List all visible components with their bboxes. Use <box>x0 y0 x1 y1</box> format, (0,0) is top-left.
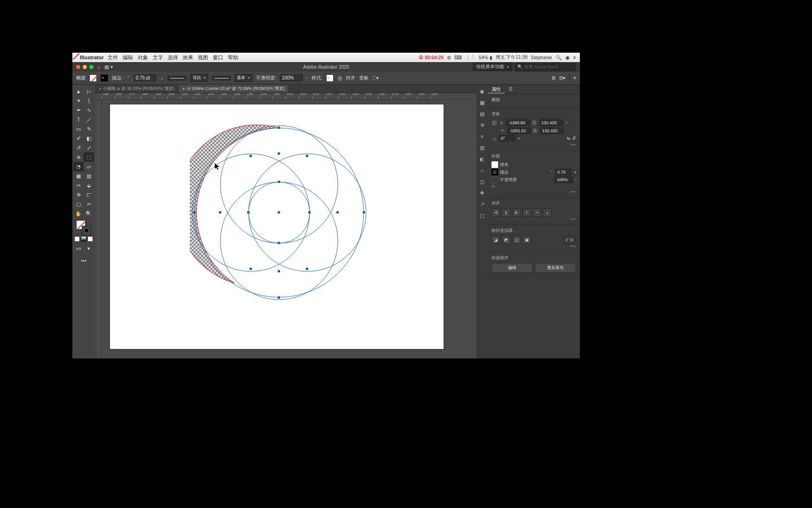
keyboard-icon[interactable]: ⌨ <box>454 55 462 61</box>
opacity-swatch[interactable] <box>492 176 498 183</box>
layers-panel-icon[interactable]: ❖ <box>478 189 486 197</box>
hand-tool[interactable]: ✋ <box>73 209 84 218</box>
width-tool[interactable]: ≋ <box>73 152 84 162</box>
rotate-tool[interactable]: ↺ <box>73 143 84 152</box>
grid-icon[interactable]: ⊞ <box>552 75 555 80</box>
ruler-horizontal[interactable]: 1390138013701360135013401330132013101300… <box>95 93 476 100</box>
stroke-profile-dd[interactable]: 等比 <box>190 74 208 82</box>
scale-tool[interactable]: ⤢ <box>84 143 94 152</box>
transform-link[interactable]: 变换 <box>359 75 368 81</box>
eyedropper-tool[interactable]: ✑ <box>73 181 84 190</box>
height-input[interactable] <box>540 127 564 134</box>
battery-status[interactable]: 64% ▮ <box>479 55 492 60</box>
type-tool[interactable]: T <box>73 115 84 124</box>
recolor-icon[interactable]: ◎ <box>337 75 342 81</box>
graphic-styles-panel-icon[interactable]: ◫ <box>478 178 486 185</box>
fx-label[interactable]: fx. <box>492 184 496 189</box>
color-mode-solid[interactable] <box>74 236 80 242</box>
gradient-panel-icon[interactable]: ▥ <box>478 144 486 151</box>
stroke-dd[interactable] <box>573 170 576 175</box>
fill-swatch[interactable] <box>89 74 97 82</box>
pen-tool[interactable]: ✒ <box>73 105 84 115</box>
align-top[interactable]: ⫯ <box>523 208 531 217</box>
more-options-icon[interactable]: ••• <box>492 244 576 249</box>
app-name[interactable]: Illustrator <box>80 55 104 60</box>
stroke-profile[interactable] <box>168 76 187 80</box>
pathfinder-unite[interactable]: ◪ <box>492 236 500 244</box>
rectangle-tool[interactable]: ▭ <box>73 124 84 134</box>
menu-edit[interactable]: 编辑 <box>123 54 133 61</box>
recolor-button[interactable]: 重新着色 <box>535 263 576 273</box>
selection-tool[interactable]: ▲ <box>73 87 84 96</box>
ruler-vertical[interactable] <box>95 100 102 358</box>
close-icon[interactable]: × <box>99 87 101 91</box>
align-hcenter[interactable]: ⫿ <box>502 208 510 217</box>
fullscreen-window-button[interactable] <box>89 65 94 69</box>
angle-dd[interactable] <box>517 136 520 141</box>
stroke-weight-input[interactable] <box>134 74 156 81</box>
flip-v-icon[interactable]: ⇵ <box>572 136 576 141</box>
pathfinder-exclude[interactable]: ▣ <box>523 236 531 244</box>
magic-wand-tool[interactable]: ✦ <box>73 96 84 105</box>
workspace-dropdown[interactable]: 传统基本功能 <box>473 63 512 71</box>
siri-icon[interactable]: ◉ <box>565 55 570 61</box>
align-link[interactable]: 对齐 <box>346 75 355 81</box>
menu-effect[interactable]: 效果 <box>183 54 193 61</box>
eraser-tool[interactable]: ◧ <box>84 134 94 143</box>
stroke-swatch[interactable] <box>101 74 108 82</box>
wifi-icon[interactable]: ⋮⋮ <box>465 55 476 61</box>
edit-toolbar[interactable]: ••• <box>74 256 93 265</box>
slice-tool[interactable]: ✂ <box>84 199 94 209</box>
gradient-tool[interactable]: ▥ <box>84 171 94 181</box>
graph-tool[interactable]: ⫍ <box>84 190 94 199</box>
symbols-panel-icon[interactable]: ✲ <box>478 121 486 129</box>
more-options-icon[interactable]: ••• <box>492 190 576 194</box>
align-left[interactable]: ⫷ <box>492 208 500 217</box>
stroke-swatch-panel[interactable] <box>492 169 498 175</box>
menu-type[interactable]: 文字 <box>153 54 163 61</box>
panel-menu-icon[interactable]: ≡ <box>573 75 576 80</box>
transparency-panel-icon[interactable]: ◐ <box>478 155 486 163</box>
free-transform-tool[interactable]: ⬚ <box>84 152 94 162</box>
swatches-panel-icon[interactable]: ▦ <box>478 99 486 106</box>
blend-tool[interactable]: ⬙ <box>84 181 94 190</box>
angle-input[interactable] <box>499 135 515 142</box>
menu-icon[interactable]: ≡ <box>573 55 576 60</box>
artboard-tool[interactable]: ▢ <box>73 199 84 209</box>
document-tab-1[interactable]: ×小猫咪.ai @ 38.32% (RGB/GPU 预览) <box>95 85 179 93</box>
user-name[interactable]: Stephanie <box>531 55 552 60</box>
close-window-button[interactable] <box>76 65 80 69</box>
minimize-window-button[interactable] <box>83 65 87 69</box>
align-bottom[interactable]: ⫰ <box>543 208 552 217</box>
color-mode-gradient[interactable] <box>81 236 86 242</box>
shape-builder-tool[interactable]: ◔ <box>73 162 84 171</box>
perspective-tool[interactable]: ▱ <box>84 162 94 171</box>
menu-object[interactable]: 对象 <box>138 54 148 61</box>
screen-mode[interactable]: ▭ <box>73 244 84 253</box>
fill-swatch-panel[interactable] <box>492 161 498 168</box>
libraries-tab[interactable]: 库 <box>505 85 517 94</box>
more-options-icon[interactable]: ••• <box>492 217 576 222</box>
x-input[interactable] <box>507 119 530 126</box>
lasso-tool[interactable]: ⟆ <box>84 96 94 105</box>
more-options-icon[interactable]: ••• <box>492 143 576 147</box>
screen-mode-dd[interactable]: ▾ <box>84 244 94 253</box>
spotlight-icon[interactable]: 🔍 <box>555 55 562 61</box>
asset-export-panel-icon[interactable]: ↗ <box>478 200 486 208</box>
symbol-sprayer-tool[interactable]: ✲ <box>73 190 84 199</box>
zoom-tool[interactable]: 🔍 <box>84 209 94 218</box>
pathfinder-intersect[interactable]: ◫ <box>512 236 521 244</box>
paintbrush-tool[interactable]: ✎ <box>84 124 94 134</box>
link-wh-icon[interactable]: ⊃ <box>565 120 569 125</box>
menu-file[interactable]: 文件 <box>108 54 118 61</box>
home-icon[interactable]: ⌂ <box>97 64 101 70</box>
expand-button[interactable]: 扩展 <box>563 236 576 244</box>
arrange-docs-icon[interactable]: ▦ ▾ <box>104 64 113 70</box>
opacity-input[interactable] <box>280 74 303 81</box>
brushes-panel-icon[interactable]: ▤ <box>478 110 486 118</box>
align-right[interactable]: ⫸ <box>512 208 521 217</box>
artboard-viewport[interactable] <box>102 100 476 358</box>
direct-selection-tool[interactable]: ▷ <box>84 87 94 96</box>
fill-stroke-indicator[interactable] <box>76 220 91 235</box>
appearance-panel-icon[interactable]: ☼ <box>478 167 486 174</box>
